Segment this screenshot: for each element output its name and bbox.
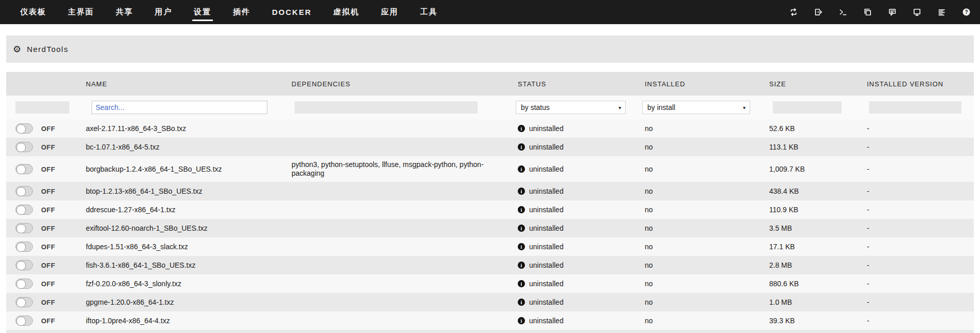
info-icon[interactable]: [518, 317, 525, 324]
nav-item-主界面[interactable]: 主界面: [57, 0, 105, 24]
package-installed-version: -: [863, 256, 974, 274]
install-toggle[interactable]: [15, 123, 33, 134]
info-icon[interactable]: [518, 299, 525, 306]
package-dependencies: [292, 293, 514, 311]
log-icon[interactable]: [937, 8, 946, 16]
info-icon[interactable]: [518, 125, 525, 132]
install-toggle[interactable]: [15, 316, 33, 326]
package-installed: no: [641, 293, 765, 311]
nav-item-工具[interactable]: 工具: [409, 0, 448, 24]
package-installed: no: [641, 182, 765, 200]
package-status: uninstalled: [529, 298, 564, 307]
package-installed-version: -: [863, 237, 974, 256]
toggle-state-label: OFF: [41, 280, 56, 288]
refresh-icon[interactable]: [789, 8, 798, 16]
install-toggle[interactable]: [15, 279, 33, 289]
install-toggle[interactable]: [15, 164, 33, 174]
nav-item-虚拟机[interactable]: 虚拟机: [322, 0, 370, 24]
package-row: OFF gpgme-1.20.0-x86_64-1.txz uninstalle…: [6, 293, 974, 311]
size-filter-input[interactable]: [773, 101, 842, 114]
package-name: btop-1.2.13-x86_64-1_SBo_UES.txz: [86, 182, 292, 200]
info-icon[interactable]: [518, 225, 525, 232]
package-installed: no: [641, 237, 765, 256]
help-icon[interactable]: ?: [962, 8, 971, 16]
package-dependencies: [292, 219, 514, 237]
search-input[interactable]: [92, 101, 267, 114]
page-title-bar: ⚙ NerdTools: [6, 35, 974, 63]
info-icon[interactable]: [518, 262, 525, 269]
page-title: NerdTools: [27, 45, 68, 53]
gear-icon: ⚙: [13, 44, 21, 55]
package-row: OFF axel-2.17.11-x86_64-3_SBo.txz uninst…: [6, 119, 974, 138]
nav-item-设置[interactable]: 设置: [183, 0, 222, 24]
package-size: 39.3 KB: [765, 311, 863, 330]
install-toggle[interactable]: [15, 260, 33, 270]
package-size: 110.9 KB: [765, 200, 863, 219]
column-dependencies: DEPENDENCIES: [292, 72, 514, 96]
install-filter-value: by install: [647, 103, 675, 112]
feedback-icon[interactable]: [888, 8, 897, 16]
nav-item-docker[interactable]: DOCKER: [261, 0, 322, 24]
package-dependencies: python3, python-setuptools, llfuse, msgp…: [292, 156, 514, 182]
toggle-state-label: OFF: [41, 187, 56, 196]
package-installed: no: [641, 138, 765, 156]
column-installed: INSTALLED: [641, 72, 765, 96]
package-status: uninstalled: [529, 280, 564, 288]
status-filter-value: by status: [521, 103, 550, 112]
info-icon[interactable]: [518, 165, 525, 173]
info-icon[interactable]: [518, 243, 525, 250]
display-icon[interactable]: [913, 8, 921, 16]
nav-item-插件[interactable]: 插件: [222, 0, 261, 24]
package-size: 52.6 KB: [765, 119, 863, 138]
toggle-filter-input[interactable]: [15, 101, 69, 114]
package-size: 40.9 KB: [765, 330, 863, 333]
install-toggle[interactable]: [15, 297, 33, 307]
info-icon[interactable]: [518, 206, 525, 213]
install-toggle[interactable]: [15, 205, 33, 215]
package-row: OFF fdupes-1.51-x86_64-3_slack.txz unins…: [6, 237, 974, 256]
info-icon[interactable]: [518, 280, 525, 287]
toggle-state-label: OFF: [41, 206, 56, 214]
version-filter-input[interactable]: [869, 101, 961, 114]
package-size: 113.1 KB: [765, 138, 863, 156]
package-status: uninstalled: [529, 187, 564, 196]
nav-item-共享[interactable]: 共享: [105, 0, 144, 24]
column-installed-version: INSTALLED VERSION: [863, 72, 974, 96]
package-status: uninstalled: [529, 165, 564, 174]
package-size: 1,009.7 KB: [765, 156, 863, 182]
package-row: OFF exiftool-12.60-noarch-1_SBo_UES.txz …: [6, 219, 974, 237]
package-name: ddrescue-1.27-x86_64-1.txz: [86, 200, 292, 219]
nav-item-应用[interactable]: 应用: [370, 0, 409, 24]
install-filter-select[interactable]: by install ▾: [642, 101, 750, 114]
package-status: uninstalled: [529, 224, 564, 233]
nav-item-仪表板[interactable]: 仪表板: [9, 0, 57, 24]
info-icon[interactable]: [518, 143, 525, 151]
install-toggle[interactable]: [15, 186, 33, 196]
column-toggle: [6, 72, 86, 96]
info-icon[interactable]: [518, 188, 525, 195]
package-status: uninstalled: [529, 206, 564, 214]
package-dependencies: [292, 182, 514, 200]
install-toggle[interactable]: [15, 142, 33, 152]
package-installed: no: [641, 274, 765, 293]
install-toggle[interactable]: [15, 242, 33, 252]
package-name: axel-2.17.11-x86_64-3_SBo.txz: [86, 119, 292, 138]
package-installed: no: [641, 219, 765, 237]
package-dependencies: [292, 256, 514, 274]
terminal-icon[interactable]: [839, 8, 847, 16]
nav-item-用户[interactable]: 用户: [144, 0, 183, 24]
copy-icon[interactable]: [863, 8, 872, 16]
package-row: OFF bc-1.07.1-x86_64-5.txz uninstalled n…: [6, 138, 974, 156]
package-name: fdupes-1.51-x86_64-3_slack.txz: [86, 237, 292, 256]
package-size: 1.0 MB: [765, 293, 863, 311]
status-filter-select[interactable]: by status ▾: [516, 101, 626, 114]
package-installed: no: [641, 330, 765, 333]
install-toggle[interactable]: [15, 223, 33, 233]
nav-icon-group: ?: [789, 0, 980, 24]
table-header-row: NAME DEPENDENCIES STATUS INSTALLED SIZE …: [6, 72, 974, 96]
nav-menu: 仪表板主界面共享用户设置插件DOCKER虚拟机应用工具: [0, 0, 448, 24]
dependencies-filter-input[interactable]: [295, 101, 478, 114]
sign-out-icon[interactable]: [814, 8, 823, 16]
package-row: OFF iotop-0.6-x86_64-2_SBo.txz python2, …: [6, 330, 974, 333]
package-size: 880.6 KB: [765, 274, 863, 293]
